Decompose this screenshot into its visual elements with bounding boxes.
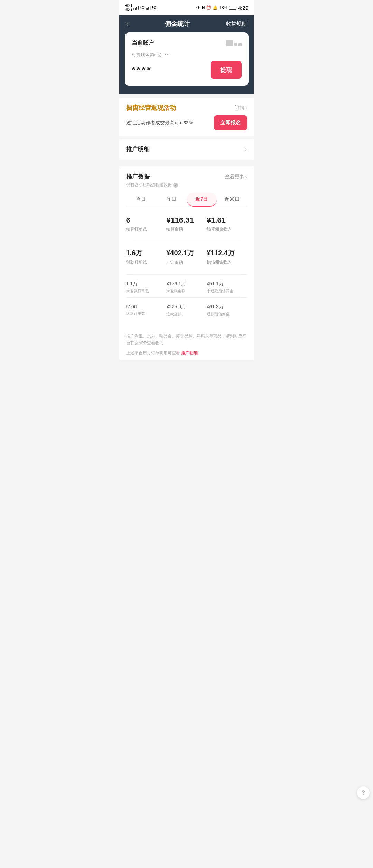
promo-title: 橱窗经营返现活动 xyxy=(126,104,176,112)
promo-card: 橱窗经营返现活动 详情 › 过往活动作者成交最高可+ 32% 立即报名 xyxy=(119,98,254,136)
page-title: 佣金统计 xyxy=(165,20,190,28)
n-icon: N xyxy=(202,5,205,10)
account-card: 当前账户 可提现金额(元) 〰 **** 提现 xyxy=(125,32,249,86)
stat-no-refund-amount: ¥176.1万 未退款金额 xyxy=(166,277,207,297)
promo-header: 橱窗经营返现活动 详情 › xyxy=(126,104,247,112)
stat-value-no-refund-amount: ¥176.1万 xyxy=(166,281,207,287)
promo-detail-link[interactable]: 详情 › xyxy=(235,105,247,111)
stats-row-2: 1.6万 付款订单数 ¥402.1万 计佣金额 ¥112.4万 预估佣金收入 xyxy=(126,245,247,270)
5g-label: 5G xyxy=(152,6,156,10)
footer-promotion-link[interactable]: 推广明细 xyxy=(181,351,198,355)
account-header: 当前账户 xyxy=(132,39,242,47)
stat-value-refund-amount: ¥225.9万 xyxy=(166,304,207,310)
stat-label-no-refund-orders: 未退款订单数 xyxy=(126,288,167,294)
data-sub-label: 仅包含小店精选联盟数据 ? xyxy=(126,182,247,188)
stat-refund-orders: 5106 退款订单数 xyxy=(126,301,167,320)
signal-4g xyxy=(133,6,139,10)
stat-label-settlement-orders: 结算订单数 xyxy=(126,226,167,232)
stat-value-no-refund-commission: ¥51.1万 xyxy=(207,281,247,287)
nav-bar: ‹ 佣金统计 收益规则 xyxy=(119,15,254,32)
stats-row-1: 6 结算订单数 ¥116.31 结算金额 ¥1.61 结算佣金收入 xyxy=(126,212,247,238)
avatar-icon2 xyxy=(238,43,242,46)
stats-row-3: 1.1万 未退款订单数 ¥176.1万 未退款金额 ¥51.1万 未退款预估佣金 xyxy=(126,274,247,297)
avatar-icon xyxy=(226,40,233,46)
stat-no-refund-orders: 1.1万 未退款订单数 xyxy=(126,277,167,297)
stat-label-no-refund-amount: 未退款金额 xyxy=(166,288,207,294)
stat-refund-amount: ¥225.9万 退款金额 xyxy=(166,301,207,320)
4g-label: 4G xyxy=(140,6,144,10)
balance-row: **** 提现 xyxy=(132,61,242,79)
status-right: 👁 N ⏰ 🔔 18% 4:29 xyxy=(196,5,249,11)
tab-yesterday[interactable]: 昨日 xyxy=(156,193,187,207)
hide-balance-icon[interactable]: 〰 xyxy=(164,51,169,58)
tab-7days[interactable]: 近7日 xyxy=(187,193,217,207)
footer-note: 推广淘宝、京东、唯品会、苏宁易购、洋码头等商品，请到对应平台联盟APP查看收入 … xyxy=(119,327,254,360)
date-tabs: 今日 昨日 近7日 近30日 xyxy=(126,193,247,207)
bottom-spacer xyxy=(126,320,247,327)
signup-button[interactable]: 立即报名 xyxy=(214,115,247,130)
account-title: 当前账户 xyxy=(132,39,154,47)
alarm-icon: ⏰ xyxy=(206,5,211,10)
footer-link-row: 上述平台历史订单明细可查看 推广明细 xyxy=(126,350,247,356)
footer-text: 推广淘宝、京东、唯品会、苏宁易购、洋码头等商品，请到对应平台联盟APP查看收入 xyxy=(126,333,247,347)
stat-value-no-refund-orders: 1.1万 xyxy=(126,281,167,287)
stat-estimated-commission: ¥112.4万 预估佣金收入 xyxy=(207,245,247,270)
stat-label-payment-orders: 付款订单数 xyxy=(126,259,167,265)
stat-value-refund-orders: 5106 xyxy=(126,304,167,309)
stat-value-settlement-amount: ¥116.31 xyxy=(166,216,207,225)
chevron-right-icon-promo: › xyxy=(245,146,247,153)
stats-divider-1 xyxy=(133,241,240,241)
help-icon[interactable]: ? xyxy=(173,183,178,188)
chevron-right-icon-data: › xyxy=(245,174,247,180)
account-section: 当前账户 可提现金额(元) 〰 **** 提现 xyxy=(119,32,254,94)
stat-label-refund-commission: 退款预估佣金 xyxy=(207,312,247,317)
status-bar: HD 1HD 2 4G 5G 👁 N ⏰ 🔔 18% 4:29 xyxy=(119,0,254,15)
stat-label-settlement-commission: 结算佣金收入 xyxy=(207,226,247,232)
tab-today[interactable]: 今日 xyxy=(126,193,157,207)
stat-label-commission-amount: 计佣金额 xyxy=(166,259,207,265)
stat-settlement-amount: ¥116.31 结算金额 xyxy=(166,212,207,238)
stat-label-refund-amount: 退款金额 xyxy=(166,312,207,317)
back-button[interactable]: ‹ xyxy=(126,19,129,28)
battery-icon xyxy=(229,6,236,10)
stat-value-refund-commission: ¥61.3万 xyxy=(207,304,247,310)
battery-percent: 18% xyxy=(219,5,227,10)
stat-label-refund-orders: 退款订单数 xyxy=(126,311,167,316)
divider-1 xyxy=(119,136,254,139)
stat-label-estimated-commission: 预估佣金收入 xyxy=(207,259,247,265)
stat-refund-commission: ¥61.3万 退款预估佣金 xyxy=(207,301,247,320)
stat-settlement-commission: ¥1.61 结算佣金收入 xyxy=(207,212,247,238)
stat-label-settlement-amount: 结算金额 xyxy=(166,226,207,232)
balance-label: 可提现金额(元) 〰 xyxy=(132,51,242,58)
status-left: HD 1HD 2 4G 5G xyxy=(125,4,156,11)
promotion-detail-row[interactable]: 推广明细 › xyxy=(119,139,254,160)
bell-icon: 🔔 xyxy=(213,5,218,10)
stat-value-payment-orders: 1.6万 xyxy=(126,248,167,258)
divider-2 xyxy=(119,160,254,163)
balance-value: **** xyxy=(132,65,152,76)
stat-payment-orders: 1.6万 付款订单数 xyxy=(126,245,167,270)
promo-desc: 过往活动作者成交最高可+ 32% xyxy=(126,120,193,126)
stats-row-4: 5106 退款订单数 ¥225.9万 退款金额 ¥61.3万 退款预估佣金 xyxy=(126,297,247,320)
hd-label: HD 1HD 2 xyxy=(125,4,133,11)
stat-label-no-refund-commission: 未退款预估佣金 xyxy=(207,288,247,294)
stat-value-estimated-commission: ¥112.4万 xyxy=(207,248,247,258)
chevron-right-icon: › xyxy=(245,105,247,111)
data-more-link[interactable]: 查看更多 › xyxy=(225,174,247,180)
stat-commission-amount: ¥402.1万 计佣金额 xyxy=(166,245,207,270)
promotion-detail-label: 推广明细 xyxy=(126,145,150,153)
tab-30days[interactable]: 近30日 xyxy=(217,193,247,207)
avatar-dot xyxy=(234,43,237,46)
signal-5g xyxy=(146,6,151,10)
account-avatar xyxy=(226,40,242,46)
stat-no-refund-commission: ¥51.1万 未退款预估佣金 xyxy=(207,277,247,297)
data-header: 推广数据 查看更多 › xyxy=(126,173,247,181)
eye-status-icon: 👁 xyxy=(196,5,201,10)
earnings-rules-link[interactable]: 收益规则 xyxy=(226,21,247,27)
stat-value-commission-amount: ¥402.1万 xyxy=(166,248,207,258)
data-section: 推广数据 查看更多 › 仅包含小店精选联盟数据 ? 今日 昨日 近7日 近30日… xyxy=(119,166,254,327)
promo-body: 过往活动作者成交最高可+ 32% 立即报名 xyxy=(126,115,247,130)
stat-settlement-orders: 6 结算订单数 xyxy=(126,212,167,238)
data-title: 推广数据 xyxy=(126,173,150,181)
withdraw-button[interactable]: 提现 xyxy=(211,61,242,79)
